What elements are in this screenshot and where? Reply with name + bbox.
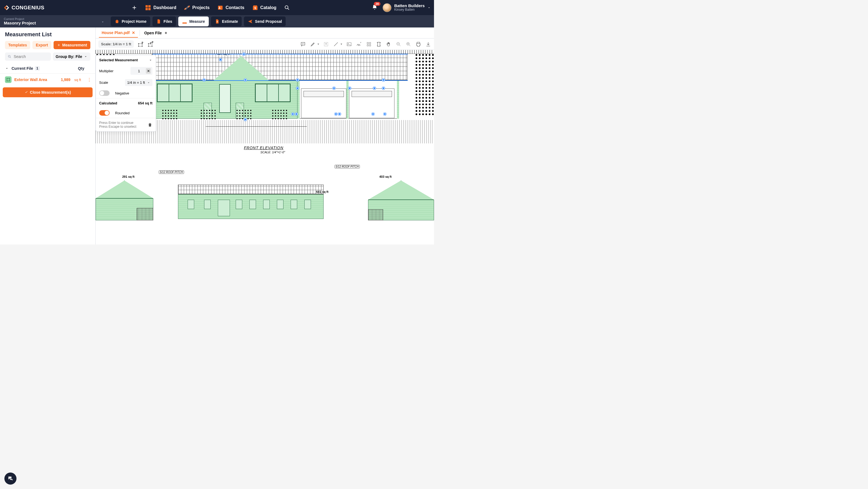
- send-icon: [248, 19, 253, 24]
- groupby-select[interactable]: Group By: File: [53, 53, 90, 61]
- calculated-label: Calculated: [99, 101, 117, 105]
- highlight-tool[interactable]: [310, 41, 316, 47]
- row-menu-button[interactable]: ⋮: [86, 77, 93, 83]
- rounded-toggle[interactable]: [99, 110, 110, 116]
- selection-handle[interactable]: [244, 118, 247, 121]
- panel-header[interactable]: Selected Measurement: [96, 55, 156, 65]
- selection-handle[interactable]: [382, 79, 385, 81]
- selection-handle[interactable]: [338, 113, 341, 115]
- tab-project-home[interactable]: Project Home: [111, 17, 150, 26]
- pan-tool[interactable]: [386, 41, 392, 47]
- signature-tool[interactable]: [356, 41, 362, 47]
- trash-icon[interactable]: [148, 122, 152, 127]
- panel-title: Selected Measurement: [99, 58, 138, 62]
- chevron-down-icon: [84, 55, 88, 59]
- svg-point-24: [148, 43, 149, 44]
- nav-projects[interactable]: Projects: [184, 5, 210, 11]
- sidebar-head: Measurement List Templates Export Measur…: [0, 28, 95, 63]
- image-tool[interactable]: [346, 41, 352, 47]
- project-selector[interactable]: Current Project Masonry Project: [0, 16, 108, 26]
- user-menu[interactable]: Batten Builders Kinsey Batten: [383, 3, 431, 12]
- selection-handle[interactable]: [348, 87, 351, 90]
- tab-files[interactable]: Files: [152, 17, 176, 26]
- selection-handle[interactable]: [296, 79, 299, 81]
- shape-tool-2[interactable]: +: [148, 41, 154, 47]
- clear-multiplier-button[interactable]: ✕: [146, 68, 151, 73]
- templates-button[interactable]: Templates: [5, 41, 30, 49]
- nav-contacts[interactable]: Contacts: [217, 5, 244, 11]
- search-box[interactable]: [5, 53, 51, 61]
- svg-rect-35: [369, 42, 371, 44]
- measurement-row[interactable]: Exterior Wall Area 1,989 sq ft ⋮: [0, 73, 95, 86]
- selection-handle[interactable]: [203, 79, 206, 81]
- nav-dashboard[interactable]: Dashboard: [145, 5, 176, 11]
- selection-handle[interactable]: [296, 87, 299, 90]
- file-count: 1: [35, 66, 40, 70]
- tab-measure[interactable]: Measure: [178, 17, 209, 26]
- drawing-canvas[interactable]: FRONT ELEVATION SCALE: 1/4"=1'-0" 654 sq…: [96, 50, 434, 245]
- logo[interactable]: CONGENIUS: [3, 4, 44, 11]
- shape-tool-1[interactable]: +: [137, 41, 144, 47]
- selection-handle[interactable]: [243, 53, 245, 56]
- export-button[interactable]: Export: [32, 41, 51, 49]
- page-tool[interactable]: [376, 41, 382, 47]
- search-input[interactable]: [14, 54, 48, 59]
- line-tool[interactable]: [333, 41, 339, 47]
- area-label-left: 291 sq ft: [121, 175, 135, 178]
- note-tool[interactable]: [300, 41, 306, 47]
- selection-handle[interactable]: [333, 87, 335, 90]
- selection-handle[interactable]: [244, 79, 247, 81]
- file-tab-active[interactable]: House Plan.pdf ✕: [99, 28, 138, 38]
- multiplier-input[interactable]: [132, 69, 146, 73]
- selection-handle[interactable]: [295, 113, 298, 115]
- close-tab-icon[interactable]: ✕: [132, 30, 135, 35]
- caret-icon[interactable]: ▾: [317, 42, 319, 46]
- selection-handle[interactable]: [219, 58, 222, 61]
- scale-chip[interactable]: Scale: 1/4 in = 1 ft: [98, 40, 134, 48]
- nav-search[interactable]: [284, 5, 290, 11]
- selection-handle[interactable]: [372, 113, 374, 115]
- add-button[interactable]: [131, 5, 137, 11]
- selection-handle[interactable]: [382, 87, 385, 90]
- svg-rect-10: [7, 78, 9, 81]
- negative-toggle[interactable]: [99, 90, 110, 96]
- add-measurement-button[interactable]: Measurement: [54, 41, 90, 49]
- svg-point-26: [150, 42, 151, 43]
- text-tool[interactable]: T: [323, 41, 329, 47]
- home-icon: [115, 19, 120, 24]
- groupby-label: Group By: File: [56, 54, 82, 59]
- download-tool[interactable]: [425, 41, 431, 47]
- ruler: [96, 50, 434, 54]
- svg-point-9: [8, 55, 10, 57]
- multiplier-input-wrap: ✕: [130, 67, 152, 75]
- open-file-button[interactable]: Open File ＋: [142, 28, 170, 38]
- svg-point-5: [219, 7, 220, 8]
- caret-down-icon: [427, 6, 431, 9]
- grid-tool[interactable]: [366, 41, 372, 47]
- selection-handle[interactable]: [335, 113, 337, 115]
- project-label: Current Project: [4, 17, 105, 21]
- tab-estimate[interactable]: $ Estimate: [211, 17, 242, 26]
- selection-line: [152, 80, 408, 81]
- scale-select[interactable]: 1/4 in = 1 ft: [125, 79, 152, 86]
- selection-handle[interactable]: [383, 113, 386, 115]
- caret-icon[interactable]: ▾: [341, 42, 342, 46]
- nav-right: 28 Batten Builders Kinsey Batten: [372, 3, 431, 12]
- selection-handle[interactable]: [373, 87, 376, 90]
- nav-catalog[interactable]: $ Catalog: [252, 5, 277, 11]
- zoom-out-tool[interactable]: [396, 41, 402, 47]
- zoom-in-tool[interactable]: [405, 41, 411, 47]
- svg-point-16: [138, 43, 139, 44]
- multiplier-label: Multiplier: [99, 69, 114, 73]
- list-header[interactable]: Current File 1 Qty: [0, 63, 95, 73]
- canvas-area: House Plan.pdf ✕ Open File ＋ Scale: 1/4 …: [96, 28, 434, 245]
- close-measurements-button[interactable]: Close Measurement(s): [3, 87, 93, 97]
- svg-point-22: [148, 45, 149, 47]
- svg-point-14: [9, 81, 10, 81]
- tab-proposal[interactable]: Send Proposal: [244, 17, 286, 26]
- selection-handle[interactable]: [291, 113, 294, 115]
- file-tabs: House Plan.pdf ✕ Open File ＋: [96, 28, 434, 38]
- notifications-button[interactable]: 28: [372, 4, 378, 11]
- print-tool[interactable]: [415, 41, 422, 47]
- svg-point-12: [9, 78, 10, 79]
